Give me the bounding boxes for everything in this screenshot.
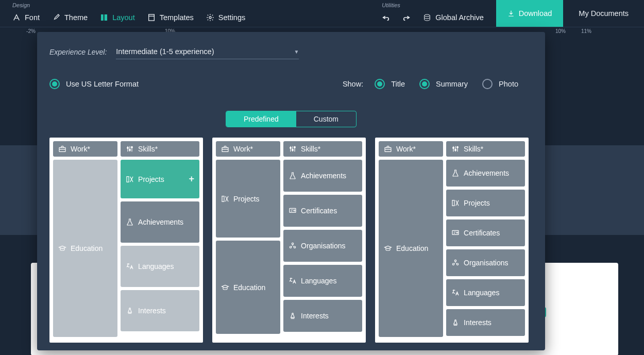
section-skills[interactable]: Skills* <box>283 141 362 157</box>
section-projects[interactable]: Projects <box>216 160 280 238</box>
redo-button[interactable] <box>396 8 417 27</box>
flask-icon <box>289 172 297 180</box>
show-title-toggle[interactable]: Title <box>375 79 405 89</box>
layout-label: Layout <box>112 13 135 22</box>
layout-card[interactable]: Work*EducationSkills*AchievementsProject… <box>375 138 529 343</box>
font-icon <box>12 13 21 22</box>
section-label: Interests <box>138 307 166 315</box>
experience-select[interactable]: Intermediate (1-5 experience) ▼ <box>116 44 299 59</box>
chess-icon <box>289 312 297 320</box>
layout-column: Work*ProjectsEducation <box>216 141 280 339</box>
gear-icon <box>206 13 214 22</box>
download-label: Download <box>519 9 552 18</box>
briefcase-icon <box>58 145 66 153</box>
templates-label: Templates <box>160 13 194 22</box>
chess-icon <box>126 307 134 315</box>
show-summary-toggle[interactable]: Summary <box>419 79 468 89</box>
radio-icon <box>419 79 430 89</box>
layout-column: Skills*AchievementsProjectsCertificatesO… <box>446 141 525 339</box>
svg-point-29 <box>454 260 456 261</box>
section-skills[interactable]: Skills* <box>121 141 199 157</box>
section-label: Skills* <box>301 145 320 153</box>
radio-icon <box>49 79 60 89</box>
settings-menu[interactable]: Settings <box>200 8 251 27</box>
layout-mode-tabs: Predefined Custom <box>226 111 357 127</box>
section-education[interactable]: Education <box>216 241 280 334</box>
font-menu[interactable]: Font <box>6 8 46 27</box>
svg-rect-0 <box>101 14 104 21</box>
layout-column: Work*Education <box>379 141 443 339</box>
section-interests[interactable]: Interests <box>446 309 525 336</box>
show-title-label: Title <box>391 80 405 88</box>
layout-icon <box>100 13 108 22</box>
templates-menu[interactable]: Templates <box>141 8 200 27</box>
cap-icon <box>58 244 66 252</box>
section-organisations[interactable]: Organisations <box>446 249 525 276</box>
section-label: Skills* <box>464 145 483 153</box>
section-label: Skills* <box>138 145 158 153</box>
show-label: Show: <box>343 80 363 88</box>
tab-predefined[interactable]: Predefined <box>226 111 296 127</box>
undo-button[interactable] <box>376 8 396 27</box>
layout-column: Work*Education <box>53 141 117 339</box>
layout-card[interactable]: Work*ProjectsEducationSkills*Achievement… <box>212 138 366 343</box>
svg-point-6 <box>127 147 129 149</box>
section-label: Languages <box>301 277 336 285</box>
section-work[interactable]: Work* <box>53 141 117 157</box>
section-work[interactable]: Work* <box>379 141 443 157</box>
section-languages[interactable]: Languages <box>283 265 362 297</box>
section-certificates[interactable]: Certificates <box>446 219 525 246</box>
download-icon <box>507 10 515 17</box>
section-projects[interactable]: Projects <box>446 190 525 216</box>
section-achievements[interactable]: Achievements <box>283 160 362 192</box>
layout-options: Work*EducationSkills*Projects+Achievemen… <box>49 138 533 343</box>
section-languages[interactable]: Languages <box>446 279 525 306</box>
theme-menu[interactable]: Theme <box>46 8 94 27</box>
svg-point-28 <box>456 232 458 233</box>
settings-label: Settings <box>218 13 245 22</box>
section-skills[interactable]: Skills* <box>446 141 525 157</box>
section-interests[interactable]: Interests <box>121 290 199 331</box>
tab-custom[interactable]: Custom <box>296 111 356 127</box>
ruler-icon <box>451 199 460 207</box>
plus-icon: + <box>189 174 194 184</box>
cap-icon <box>221 283 229 292</box>
section-certificates[interactable]: Certificates <box>283 195 362 227</box>
section-languages[interactable]: Languages <box>121 246 199 287</box>
us-letter-toggle[interactable]: Use US Letter Format <box>49 79 139 89</box>
section-label: Achievements <box>138 218 183 226</box>
show-photo-toggle[interactable]: Photo <box>482 79 518 89</box>
section-work[interactable]: Work* <box>216 141 280 157</box>
section-organisations[interactable]: Organisations <box>283 230 362 262</box>
utilities-group-label: Utilities <box>376 0 490 8</box>
svg-point-17 <box>294 210 295 211</box>
undo-icon <box>382 13 390 22</box>
section-label: Achievements <box>464 169 509 177</box>
archive-menu[interactable]: Global Archive <box>417 8 490 27</box>
briefcase-icon <box>384 145 392 153</box>
section-education[interactable]: Education <box>379 160 443 337</box>
layout-column: Skills*Projects+AchievementsLanguagesInt… <box>121 141 199 339</box>
experience-label: Experience Level: <box>49 48 107 56</box>
layout-menu[interactable]: Layout <box>94 8 141 27</box>
section-interests[interactable]: Interests <box>283 300 362 332</box>
lang-icon <box>451 289 460 297</box>
section-achievements[interactable]: Achievements <box>446 160 525 187</box>
sliders-icon <box>126 145 134 153</box>
my-documents-link[interactable]: My Documents <box>563 0 644 27</box>
svg-point-8 <box>131 146 133 148</box>
svg-point-19 <box>290 246 291 248</box>
section-achievements[interactable]: Achievements <box>121 201 199 243</box>
section-education[interactable]: Education <box>53 160 117 337</box>
chess-icon <box>451 318 460 327</box>
sliders-icon <box>289 145 297 153</box>
font-label: Font <box>25 13 40 22</box>
download-button[interactable]: Download <box>496 0 564 27</box>
section-label: Education <box>233 283 265 292</box>
cert-icon <box>289 207 297 215</box>
ruler-icon <box>126 175 134 183</box>
layout-card[interactable]: Work*EducationSkills*Projects+Achievemen… <box>49 138 203 343</box>
org-icon <box>451 259 460 267</box>
svg-point-14 <box>292 149 294 151</box>
section-projects[interactable]: Projects+ <box>121 160 199 198</box>
